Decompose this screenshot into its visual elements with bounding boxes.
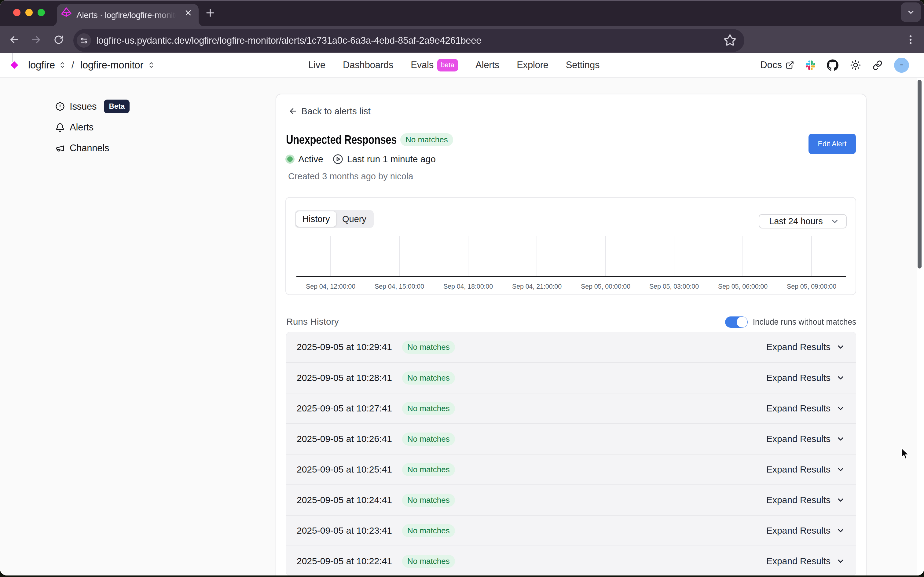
app-header: logfire / logfire-monitor Live Dashboard… — [0, 53, 924, 77]
external-link-icon — [785, 61, 794, 69]
run-no-matches-badge: No matches — [402, 463, 455, 476]
run-no-matches-badge: No matches — [402, 371, 455, 385]
page-content: Issues Beta Alerts Channels Back to aler… — [0, 77, 924, 575]
forward-button[interactable] — [29, 26, 43, 53]
project-switcher-icon[interactable] — [148, 61, 155, 69]
run-row[interactable]: 2025-09-05 at 10:23:41 No matches Expand… — [286, 515, 856, 546]
breadcrumb-separator: / — [71, 60, 74, 71]
docs-link[interactable]: Docs — [760, 60, 794, 71]
edit-alert-button[interactable]: Edit Alert — [808, 134, 856, 154]
run-timestamp: 2025-09-05 at 10:26:41 — [297, 434, 392, 444]
chevron-down-icon — [836, 556, 845, 566]
nav-dashboards[interactable]: Dashboards — [343, 60, 393, 71]
slack-icon[interactable] — [806, 60, 815, 70]
chart-tick-label: Sep 05, 09:00:00 — [777, 283, 846, 290]
run-row[interactable]: 2025-09-05 at 10:29:41 No matches Expand… — [286, 332, 856, 362]
alert-detail-card: Back to alerts list Unexpected Responses… — [276, 94, 866, 575]
window-top-highlight — [0, 0, 924, 1]
include-runs-toggle[interactable] — [725, 316, 748, 328]
browser-window: Alerts · logfire/logfire-monitor — [0, 0, 924, 575]
nav-live[interactable]: Live — [308, 60, 326, 71]
run-timestamp: 2025-09-05 at 10:22:41 — [297, 556, 392, 566]
main-nav: Live Dashboards Evalsbeta Alerts Explore… — [308, 53, 600, 77]
run-row[interactable]: 2025-09-05 at 10:28:41 No matches Expand… — [286, 362, 856, 393]
run-no-matches-badge: No matches — [402, 402, 455, 415]
theme-sun-icon[interactable] — [850, 60, 861, 71]
url-text[interactable]: logfire-us.pydantic.dev/logfire/logfire-… — [96, 29, 481, 52]
expand-results-button[interactable]: Expand Results — [766, 342, 845, 352]
nav-explore[interactable]: Explore — [517, 60, 548, 71]
run-row[interactable]: 2025-09-05 at 10:26:41 No matches Expand… — [286, 423, 856, 454]
tab-close-icon[interactable] — [182, 7, 194, 19]
tab-search-chevron-button[interactable] — [901, 2, 921, 22]
chart-gridline — [399, 236, 400, 277]
chevron-down-icon — [836, 373, 845, 382]
org-switcher-icon[interactable] — [59, 61, 66, 69]
run-no-matches-badge: No matches — [402, 524, 455, 537]
expand-results-button[interactable]: Expand Results — [766, 403, 845, 414]
breadcrumb-project[interactable]: logfire-monitor — [81, 59, 143, 71]
expand-results-button[interactable]: Expand Results — [766, 556, 845, 566]
browser-toolbar: logfire-us.pydantic.dev/logfire/logfire-… — [0, 26, 924, 53]
history-chart-card: History Query Last 24 hours Sep 04, 12:0… — [285, 197, 856, 295]
share-link-icon[interactable] — [872, 60, 882, 70]
chart-tick-label: Sep 04, 21:00:00 — [503, 283, 571, 290]
chart-gridline — [742, 236, 743, 277]
close-window-button[interactable] — [13, 9, 21, 16]
header-actions: Docs - — [760, 53, 909, 77]
nav-alerts[interactable]: Alerts — [476, 60, 499, 71]
minimize-window-button[interactable] — [25, 9, 33, 16]
nav-settings[interactable]: Settings — [566, 60, 600, 71]
bell-icon — [55, 123, 65, 132]
breadcrumb: logfire / logfire-monitor — [10, 53, 155, 77]
back-to-alerts-link[interactable]: Back to alerts list — [289, 106, 371, 116]
sidebar-item-issues[interactable]: Issues Beta — [55, 100, 129, 113]
expand-results-button[interactable]: Expand Results — [766, 525, 845, 536]
run-no-matches-badge: No matches — [402, 555, 455, 568]
alert-no-matches-badge: No matches — [400, 133, 453, 146]
expand-results-button[interactable]: Expand Results — [766, 434, 845, 444]
run-timestamp: 2025-09-05 at 10:24:41 — [297, 495, 392, 505]
new-tab-button[interactable] — [204, 7, 216, 19]
expand-results-button[interactable]: Expand Results — [766, 373, 845, 383]
history-query-tabs: History Query — [295, 210, 374, 228]
chevron-down-icon — [836, 404, 845, 413]
logfire-logo-icon — [10, 60, 19, 69]
issues-beta-badge: Beta — [104, 100, 129, 113]
tab-history[interactable]: History — [296, 211, 336, 227]
breadcrumb-org[interactable]: logfire — [28, 59, 55, 71]
chart-tick-label: Sep 05, 03:00:00 — [640, 283, 708, 290]
run-row[interactable]: 2025-09-05 at 10:24:41 No matches Expand… — [286, 484, 856, 515]
bookmark-star-icon[interactable] — [724, 34, 736, 48]
fullscreen-window-button[interactable] — [37, 9, 45, 16]
reload-button[interactable] — [52, 26, 66, 53]
chart-gridline — [468, 236, 468, 277]
run-row[interactable]: 2025-09-05 at 10:27:41 No matches Expand… — [286, 393, 856, 423]
created-by-label: Created 3 months ago by nicola — [288, 171, 413, 181]
expand-results-button[interactable]: Expand Results — [766, 495, 845, 505]
badge-alert-icon — [55, 102, 65, 111]
run-timestamp: 2025-09-05 at 10:29:41 — [297, 342, 392, 352]
site-settings-icon[interactable] — [77, 33, 91, 48]
browser-menu-icon[interactable] — [904, 33, 917, 47]
run-row[interactable]: 2025-09-05 at 10:25:41 No matches Expand… — [286, 454, 856, 484]
chevron-down-icon — [836, 526, 845, 535]
user-avatar[interactable]: - — [894, 58, 909, 73]
tab-query[interactable]: Query — [336, 211, 373, 227]
url-bar[interactable]: logfire-us.pydantic.dev/logfire/logfire-… — [73, 29, 744, 52]
status-label: Active — [298, 154, 323, 164]
expand-results-button[interactable]: Expand Results — [766, 464, 845, 475]
run-row[interactable]: 2025-09-05 at 10:22:41 No matches Expand… — [286, 546, 856, 575]
time-range-select[interactable]: Last 24 hours — [759, 214, 847, 229]
sidebar-item-alerts[interactable]: Alerts — [55, 122, 94, 133]
browser-tab[interactable]: Alerts · logfire/logfire-monitor — [57, 4, 198, 26]
back-button[interactable] — [7, 26, 21, 53]
scrollbar-thumb[interactable] — [918, 80, 922, 269]
run-no-matches-badge: No matches — [402, 432, 455, 446]
nav-evals[interactable]: Evalsbeta — [411, 59, 458, 71]
sidebar-item-channels[interactable]: Channels — [55, 143, 109, 154]
mouse-cursor — [900, 447, 910, 461]
chart-tick-label: Sep 05, 00:00:00 — [571, 283, 640, 290]
github-icon[interactable] — [827, 59, 839, 71]
active-status-dot — [285, 155, 295, 164]
